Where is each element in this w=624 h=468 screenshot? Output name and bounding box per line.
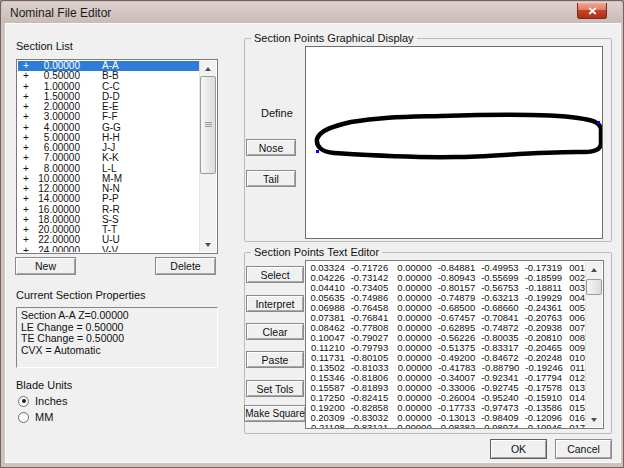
- expand-plus-icon: +: [18, 246, 33, 253]
- editor-scroll-down-button[interactable]: [586, 412, 602, 427]
- section-name: U-U: [102, 235, 120, 245]
- interpret-button[interactable]: Interpret: [246, 295, 304, 312]
- window-title: Nominal File Editor: [10, 6, 111, 20]
- section-z-value: 0.50000: [33, 71, 80, 81]
- property-line: CVX = Automatic: [21, 345, 213, 357]
- set-tols-button[interactable]: Set Tols: [246, 380, 304, 397]
- expand-plus-icon: +: [18, 153, 33, 163]
- ok-button[interactable]: OK: [490, 439, 547, 459]
- radio-inches[interactable]: Inches: [18, 395, 67, 407]
- blade-profile-canvas[interactable]: [305, 46, 603, 239]
- section-name: V-V: [102, 246, 118, 253]
- list-item[interactable]: + 7.00000 K-K: [18, 153, 199, 163]
- scroll-down-button[interactable]: [200, 237, 216, 252]
- nose-point-marker: [316, 150, 319, 153]
- editor-scroll-up-button[interactable]: [586, 262, 602, 277]
- expand-plus-icon: +: [18, 194, 33, 204]
- property-line: TE Change = 0.50000: [21, 333, 213, 345]
- expand-plus-icon: +: [18, 235, 33, 245]
- expand-plus-icon: +: [18, 112, 33, 122]
- nose-button[interactable]: Nose: [246, 139, 296, 156]
- section-z-value: 22.00000: [33, 235, 80, 245]
- delete-button[interactable]: Delete: [155, 257, 216, 275]
- scroll-up-icon: [205, 67, 211, 71]
- editor-row: 0.21108 -0.83121 0.00000 -0.08382 -0.989…: [308, 423, 585, 428]
- scroll-down-icon: [205, 243, 211, 247]
- tail-button[interactable]: Tail: [246, 170, 296, 187]
- text-editor-group: Section Points Text Editor Select Interp…: [244, 252, 612, 434]
- define-label: Define: [261, 107, 293, 119]
- scroll-up-button[interactable]: [200, 61, 216, 76]
- section-z-value: 7.00000: [33, 153, 80, 163]
- section-z-value: 14.00000: [33, 194, 80, 204]
- list-item[interactable]: + 0.50000 B-B: [18, 71, 199, 81]
- nominal-file-editor-dialog: Nominal File Editor Section List + 0.000…: [0, 0, 624, 468]
- make-square-button[interactable]: Make Square: [244, 405, 306, 422]
- section-name: K-K: [102, 153, 119, 163]
- section-z-value: 3.00000: [33, 112, 80, 122]
- cancel-button[interactable]: Cancel: [555, 439, 612, 459]
- section-listbox[interactable]: + 0.00000 A-A + 0.50000 B-B + 1.00000 C-…: [16, 59, 218, 254]
- thumb-grip-icon: [205, 122, 212, 128]
- list-item[interactable]: + 14.00000 P-P: [18, 194, 199, 204]
- current-section-properties-label: Current Section Properties: [16, 289, 146, 301]
- scroll-down-icon: [591, 418, 597, 422]
- list-item[interactable]: + 24.00000 V-V: [18, 246, 199, 253]
- list-item[interactable]: + 22.00000 U-U: [18, 235, 199, 245]
- editor-scroll-thumb[interactable]: [586, 279, 602, 295]
- expand-plus-icon: +: [18, 71, 33, 81]
- tail-point-marker: [597, 121, 600, 124]
- section-list-label: Section List: [16, 40, 73, 52]
- graphical-display-group: Section Points Graphical Display Define …: [244, 38, 612, 242]
- properties-box: Section A-A Z=0.00000LE Change = 0.50000…: [16, 307, 218, 368]
- radio-mm[interactable]: MM: [18, 411, 53, 423]
- text-editor-group-label: Section Points Text Editor: [251, 246, 382, 258]
- dialog-client-area: Section List + 0.00000 A-A + 0.50000 B-B…: [5, 23, 621, 463]
- clear-button[interactable]: Clear: [246, 323, 304, 340]
- titlebar[interactable]: Nominal File Editor: [2, 2, 622, 23]
- graphical-display-group-label: Section Points Graphical Display: [251, 32, 417, 44]
- list-item[interactable]: + 3.00000 F-F: [18, 112, 199, 122]
- scroll-thumb[interactable]: [200, 76, 216, 174]
- close-button[interactable]: [577, 3, 607, 19]
- blade-units-label: Blade Units: [16, 379, 72, 391]
- points-text-area[interactable]: 0.03324 -0.71726 0.00000 -0.84881 -0.499…: [305, 260, 604, 429]
- section-z-value: 24.00000: [33, 246, 80, 253]
- paste-button[interactable]: Paste: [246, 351, 304, 368]
- new-button[interactable]: New: [15, 257, 76, 275]
- scroll-up-icon: [591, 268, 597, 272]
- blade-outline: [306, 47, 603, 239]
- property-line: Section A-A Z=0.00000: [21, 310, 213, 322]
- select-button[interactable]: Select: [246, 266, 304, 283]
- section-name: B-B: [102, 71, 119, 81]
- editor-scrollbar[interactable]: [585, 262, 602, 427]
- listbox-scrollbar[interactable]: [199, 61, 216, 252]
- close-icon: [588, 7, 597, 15]
- section-name: F-F: [102, 112, 118, 122]
- radio-selected-icon: [18, 396, 29, 407]
- section-name: P-P: [102, 194, 119, 204]
- radio-unselected-icon: [18, 412, 29, 423]
